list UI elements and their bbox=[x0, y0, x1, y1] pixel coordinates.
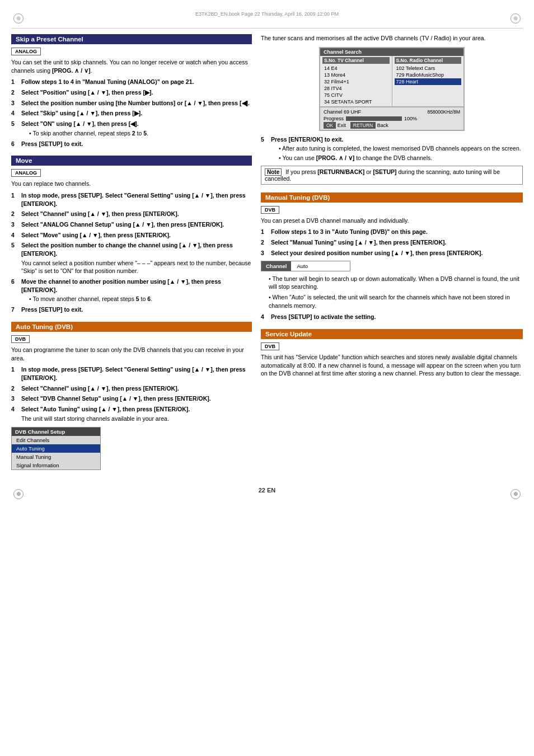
skip-preset-badge: ANALOG bbox=[11, 48, 41, 55]
auto-tuning-note: Note If you press [RETURN/BACK] or [SETU… bbox=[261, 166, 523, 185]
cs-ok-key: OK bbox=[324, 122, 336, 129]
dvb-menu-auto-tuning: Auto Tuning bbox=[12, 444, 100, 453]
cs-tv-row: 14 E4 bbox=[322, 65, 390, 72]
tv-channel-col: S.No. TV Channel 14 E4 13 More4 32 Film4… bbox=[320, 56, 392, 106]
skip-preset-intro: You can set the unit to skip channels. Y… bbox=[11, 58, 252, 74]
service-update-intro: This unit has "Service Update" function … bbox=[261, 353, 523, 378]
step-item: 2 Select "Position" using [▲ / ▼], then … bbox=[11, 88, 252, 97]
dvb-menu-manual-tuning: Manual Tuning bbox=[12, 453, 100, 461]
step-item: 2 Select "Manual Tuning" using [▲ / ▼], … bbox=[261, 238, 523, 247]
manual-dvb-bullet2: When "Auto" is selected, the unit will s… bbox=[261, 293, 523, 309]
step-item: 3 Select the position number using [the … bbox=[11, 99, 252, 107]
cs-radio-row-highlighted: 728 Heart bbox=[395, 78, 462, 85]
step-item: 5 Select "ON" using [▲ / ▼], then press … bbox=[11, 120, 252, 137]
cs-channel-label: Channel 69 UHF bbox=[324, 109, 361, 115]
step-item: 1 Follow steps 1 to 3 in "Auto Tuning (D… bbox=[261, 228, 523, 236]
step-item: 3 Select your desired position number us… bbox=[261, 249, 523, 257]
cs-return-key: RETURN bbox=[350, 122, 376, 129]
manual-tuning-dvb-steps: 1 Follow steps 1 to 3 in "Auto Tuning (D… bbox=[261, 228, 523, 257]
page-footer: ⊕ 22 EN ⊕ bbox=[11, 487, 523, 501]
service-update-title: Service Update bbox=[261, 329, 523, 339]
cs-exit-btn: OK Exit bbox=[324, 123, 346, 128]
corner-mark-tr: ⊕ bbox=[510, 13, 521, 24]
cs-progress-pct: 100% bbox=[404, 116, 417, 121]
cs-radio-row: 102 Teletext Cars bbox=[395, 65, 462, 72]
cs-tv-row: 34 SETANTA SPORT bbox=[322, 98, 390, 105]
auto-tuning-dvb-badge: DVB bbox=[11, 335, 30, 343]
auto-tuning-dvb-intro: You can programme the tuner to scan only… bbox=[11, 346, 252, 362]
cs-radio-row: 729 RadioMusicShop bbox=[395, 72, 462, 78]
manual-tuning-dvb-title: Manual Tuning (DVB) bbox=[261, 192, 523, 203]
left-column: Skip a Preset Channel ANALOG You can set… bbox=[11, 34, 252, 478]
cs-tv-row: 28 ITV4 bbox=[322, 85, 390, 92]
step-item: 6 Move the channel to another position n… bbox=[11, 278, 252, 303]
cs-buttons: OK Exit RETURN Back bbox=[324, 123, 460, 128]
skip-preset-steps: 1 Follow steps 1 to 4 in "Manual Tuning … bbox=[11, 78, 252, 148]
channel-search-bottom: Channel 69 UHF 858000KHz/8M Progress 100… bbox=[320, 107, 463, 130]
auto-tuning-dvb-section: Auto Tuning (DVB) DVB You can programme … bbox=[11, 322, 252, 471]
dvb-setup-header: DVB Channel Setup bbox=[12, 428, 100, 436]
step-item: 2 Select "Channel" using [▲ / ▼], then p… bbox=[11, 210, 252, 218]
cs-tv-row: 13 More4 bbox=[322, 72, 390, 78]
step-item: 5 Select the position number to change t… bbox=[11, 241, 252, 275]
step-item: 3 Select "ANALOG Channel Setup" using [▲… bbox=[11, 220, 252, 229]
corner-mark-bl: ⊕ bbox=[13, 489, 24, 499]
channel-auto-ui: Channel Auto bbox=[261, 261, 350, 271]
step-item: 3 Select "DVB Channel Setup" using [▲ / … bbox=[11, 395, 252, 403]
channel-auto-label: Channel bbox=[261, 261, 291, 271]
step-item: 4 Select "Skip" using [▲ / ▼], then pres… bbox=[11, 109, 252, 118]
channel-search-cols: S.No. TV Channel 14 E4 13 More4 32 Film4… bbox=[320, 56, 463, 107]
manual-tuning-dvb-badge: DVB bbox=[261, 206, 279, 214]
corner-mark-tl: ⊕ bbox=[13, 13, 24, 24]
corner-mark-br: ⊕ bbox=[510, 489, 521, 499]
note-label: Note bbox=[265, 168, 282, 176]
step-item: 7 Press [SETUP] to exit. bbox=[11, 306, 252, 314]
step-item: 2 Select "Channel" using [▲ / ▼], then p… bbox=[11, 384, 252, 393]
move-badge: ANALOG bbox=[11, 169, 41, 177]
right-column: The tuner scans and memorises all the ac… bbox=[261, 34, 523, 478]
service-update-badge: DVB bbox=[261, 342, 279, 350]
page-header: ⊕ E3TK2BD_EN.book Page 22 Thursday, Apri… bbox=[11, 11, 523, 29]
radio-col-header: S.No. Radio Channel bbox=[395, 57, 462, 64]
move-section: Move ANALOG You can replace two channels… bbox=[11, 156, 252, 314]
cs-progress-row: Channel 69 UHF 858000KHz/8M bbox=[324, 109, 460, 115]
auto-tuning-dvb-title: Auto Tuning (DVB) bbox=[11, 322, 252, 332]
manual-dvb-bullet1: The tuner will begin to search up or dow… bbox=[261, 275, 523, 291]
auto-tuning-dvb-steps: 1 In stop mode, press [SETUP]. Select "G… bbox=[11, 365, 252, 422]
channel-auto-value: Auto bbox=[291, 261, 313, 271]
move-title: Move bbox=[11, 156, 252, 166]
step-item: 4 Select "Auto Tuning" using [▲ / ▼], th… bbox=[11, 405, 252, 422]
cs-tv-row: 75 CITV bbox=[322, 92, 390, 98]
right-step5: 5 Press [ENTER/OK] to exit. After auto t… bbox=[261, 135, 523, 162]
tv-col-header: S.No. TV Channel bbox=[322, 57, 390, 64]
radio-channel-col: S.No. Radio Channel 102 Teletext Cars 72… bbox=[392, 56, 464, 106]
step-item: 1 Follow steps 1 to 4 in "Manual Tuning … bbox=[11, 78, 252, 86]
step-item: 6 Press [SETUP] to exit. bbox=[11, 140, 252, 148]
manual-tuning-dvb-intro: You can preset a DVB channel manually an… bbox=[261, 217, 523, 225]
step-item: 5 Press [ENTER/OK] to exit. After auto t… bbox=[261, 135, 523, 162]
move-steps: 1 In stop mode, press [SETUP]. Select "G… bbox=[11, 191, 252, 314]
dvb-menu-edit-channels: Edit Channels bbox=[12, 436, 100, 444]
step-item: 4 Press [SETUP] to activate the setting. bbox=[261, 313, 523, 321]
skip-preset-title: Skip a Preset Channel bbox=[11, 34, 252, 44]
header-text: E3TK2BD_EN.book Page 22 Thursday, April … bbox=[195, 11, 339, 17]
cs-progress-label: Progress bbox=[324, 116, 344, 121]
move-intro: You can replace two channels. bbox=[11, 180, 252, 188]
cs-back-btn: RETURN Back bbox=[350, 123, 388, 128]
step-item: 4 Select "Move" using [▲ / ▼], then pres… bbox=[11, 231, 252, 240]
skip-preset-section: Skip a Preset Channel ANALOG You can set… bbox=[11, 34, 252, 148]
step-item: 1 In stop mode, press [SETUP]. Select "G… bbox=[11, 365, 252, 382]
right-step5-section: 5 Press [ENTER/OK] to exit. After auto t… bbox=[261, 135, 523, 185]
step-item: 1 In stop mode, press [SETUP]. Select "G… bbox=[11, 191, 252, 208]
page-number: 22 EN bbox=[259, 487, 276, 501]
cs-tv-row: 32 Film4+1 bbox=[322, 78, 390, 85]
channel-search-title: Channel Search bbox=[320, 48, 463, 56]
dvb-menu-signal-info: Signal Information bbox=[12, 461, 100, 469]
dvb-setup-menu: DVB Channel Setup Edit Channels Auto Tun… bbox=[11, 427, 101, 470]
page-wrapper: ⊕ E3TK2BD_EN.book Page 22 Thursday, Apri… bbox=[11, 11, 523, 501]
manual-tuning-step4: 4 Press [SETUP] to activate the setting. bbox=[261, 313, 523, 321]
footer-corners: ⊕ 22 EN ⊕ bbox=[11, 487, 523, 501]
channel-search-ui: Channel Search S.No. TV Channel 14 E4 13… bbox=[319, 47, 465, 131]
cs-freq: 858000KHz/8M bbox=[427, 109, 460, 115]
manual-tuning-dvb-section: Manual Tuning (DVB) DVB You can preset a… bbox=[261, 192, 523, 321]
